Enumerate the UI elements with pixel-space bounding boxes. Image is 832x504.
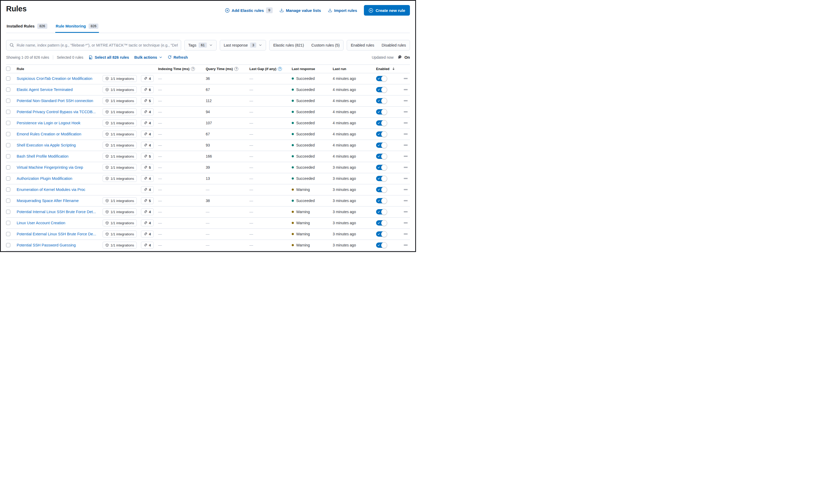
row-actions-button[interactable] [402,242,409,248]
disabled-rules-filter-button[interactable]: Disabled rules [382,43,406,47]
tags-badge[interactable]: 5 [141,153,154,160]
rule-name-link[interactable]: Elastic Agent Service Terminated [17,87,73,92]
row-checkbox[interactable] [6,132,10,136]
rule-name-link[interactable]: Suspicious CronTab Creation or Modificat… [17,76,92,81]
row-actions-button[interactable] [402,131,409,137]
tags-filter-button[interactable]: Tags 61 [188,43,213,48]
row-checkbox[interactable] [6,154,10,158]
enabled-toggle[interactable] [376,242,387,248]
create-new-rule-button[interactable]: Create new rule [364,5,410,16]
enabled-toggle[interactable] [376,231,387,237]
tags-badge[interactable]: 5 [141,97,154,104]
row-checkbox[interactable] [6,121,10,125]
integrations-badge[interactable]: 1/1 integrations [103,108,137,115]
enabled-toggle[interactable] [376,142,387,148]
enabled-toggle[interactable] [376,98,387,103]
row-actions-button[interactable] [402,98,409,104]
rule-name-link[interactable]: Potential External Linux SSH Brute Force… [17,232,96,236]
enabled-toggle[interactable] [376,198,387,203]
import-rules-button[interactable]: Import rules [328,8,357,13]
row-actions-button[interactable] [402,109,409,115]
enabled-toggle[interactable] [376,187,387,192]
row-checkbox[interactable] [6,198,10,203]
tags-badge[interactable]: 6 [141,86,154,93]
rule-name-link[interactable]: Authorization Plugin Modification [17,176,72,181]
integrations-badge[interactable]: 1/1 integrations [103,86,137,93]
rule-name-link[interactable]: Shell Execution via Apple Scripting [17,143,76,147]
rule-name-link[interactable]: Persistence via Login or Logout Hook [17,121,80,125]
integrations-badge[interactable]: 1/1 integrations [103,164,137,171]
tags-badge[interactable]: 4 [141,108,154,115]
row-actions-button[interactable] [402,75,409,82]
tags-badge[interactable]: 4 [141,186,154,193]
search-input[interactable] [17,43,178,47]
tags-badge[interactable]: 4 [141,242,154,248]
rule-name-link[interactable]: Masquerading Space After Filename [17,198,79,203]
row-checkbox[interactable] [6,187,10,192]
row-checkbox[interactable] [6,76,10,81]
refresh-button[interactable]: Refresh [168,55,188,59]
tags-badge[interactable]: 4 [141,231,154,237]
integrations-badge[interactable]: 1/1 integrations [103,75,137,82]
integrations-badge[interactable]: 1/1 integrations [103,131,137,137]
row-checkbox[interactable] [6,143,10,147]
enabled-toggle[interactable] [376,165,387,170]
tags-badge[interactable]: 4 [141,208,154,215]
tab-rule-monitoring[interactable]: Rule Monitoring 826 [55,24,99,33]
rule-name-link[interactable]: Potential SSH Password Guessing [17,243,76,247]
integrations-badge[interactable]: 1/1 integrations [103,242,137,248]
rule-name-link[interactable]: Virtual Machine Fingerprinting via Grep [17,165,83,169]
tab-installed-rules[interactable]: Installed Rules 826 [6,24,48,33]
row-actions-button[interactable] [402,120,409,126]
add-elastic-rules-button[interactable]: Add Elastic rules 9 [225,7,272,13]
enabled-toggle[interactable] [376,209,387,214]
rule-name-link[interactable]: Bash Shell Profile Modification [17,154,69,158]
tags-badge[interactable]: 5 [141,164,154,171]
row-actions-button[interactable] [402,86,409,93]
integrations-badge[interactable]: 1/1 integrations [103,153,137,160]
row-actions-button[interactable] [402,220,409,226]
bulk-actions-button[interactable]: Bulk actions [134,55,162,59]
auto-refresh-indicator[interactable]: On [397,55,410,60]
integrations-badge[interactable]: 1/1 integrations [103,231,137,237]
row-actions-button[interactable] [402,197,409,204]
row-checkbox[interactable] [6,99,10,103]
last-response-filter-button[interactable]: Last response 3 [224,43,262,48]
row-checkbox[interactable] [6,110,10,114]
select-all-checkbox[interactable] [6,67,10,71]
integrations-badge[interactable]: 1/1 integrations [103,219,137,227]
row-checkbox[interactable] [6,87,10,92]
tags-badge[interactable]: 4 [141,219,154,227]
row-checkbox[interactable] [6,165,10,169]
help-icon[interactable]: ? [278,67,282,71]
manage-value-lists-button[interactable]: Manage value lists [280,8,321,13]
row-actions-button[interactable] [402,231,409,237]
row-actions-button[interactable] [402,153,409,159]
integrations-badge[interactable]: 1/1 integrations [103,208,137,215]
integrations-badge[interactable]: 1/1 integrations [103,142,137,149]
enabled-toggle[interactable] [376,220,387,226]
rule-name-link[interactable]: Emond Rules Creation or Modification [17,132,81,136]
integrations-badge[interactable]: 1/1 integrations [103,197,137,204]
tags-badge[interactable]: 4 [141,131,154,137]
row-checkbox[interactable] [6,243,10,247]
custom-rules-filter-button[interactable]: Custom rules (5) [311,43,340,47]
row-checkbox[interactable] [6,221,10,225]
integrations-badge[interactable]: 1/1 integrations [103,120,137,126]
row-actions-button[interactable] [402,175,409,182]
help-icon[interactable]: ? [191,67,195,71]
row-checkbox[interactable] [6,210,10,214]
rule-name-link[interactable]: Potential Non-Standard Port SSH connecti… [17,99,93,103]
tags-badge[interactable]: 4 [141,120,154,126]
enabled-toggle[interactable] [376,176,387,181]
tags-badge[interactable]: 4 [141,142,154,149]
row-checkbox[interactable] [6,232,10,236]
tags-badge[interactable]: 5 [141,197,154,204]
enabled-toggle[interactable] [376,120,387,126]
row-checkbox[interactable] [6,176,10,181]
rule-name-link[interactable]: Linux User Account Creation [17,221,65,225]
tags-badge[interactable]: 4 [141,175,154,182]
enabled-toggle[interactable] [376,154,387,159]
elastic-rules-filter-button[interactable]: Elastic rules (821) [273,43,304,47]
integrations-badge[interactable]: 1/1 integrations [103,97,137,104]
